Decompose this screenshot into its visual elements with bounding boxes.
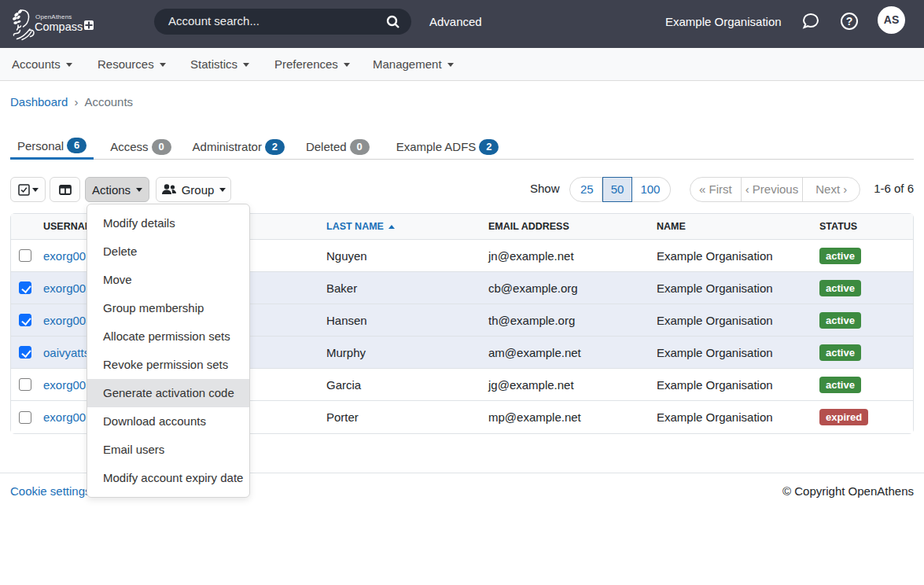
svg-text:?: ? bbox=[846, 15, 853, 28]
